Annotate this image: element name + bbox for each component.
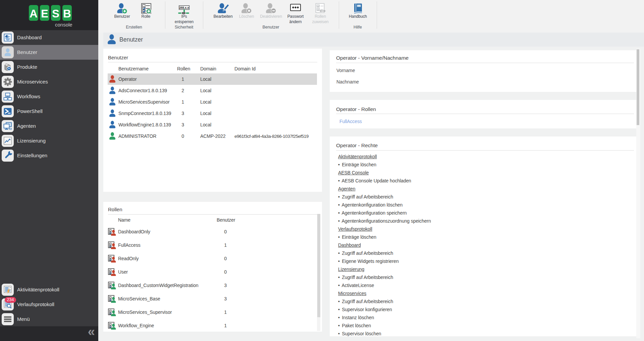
svg-text:255.x.x: 255.x.x <box>179 6 189 9</box>
